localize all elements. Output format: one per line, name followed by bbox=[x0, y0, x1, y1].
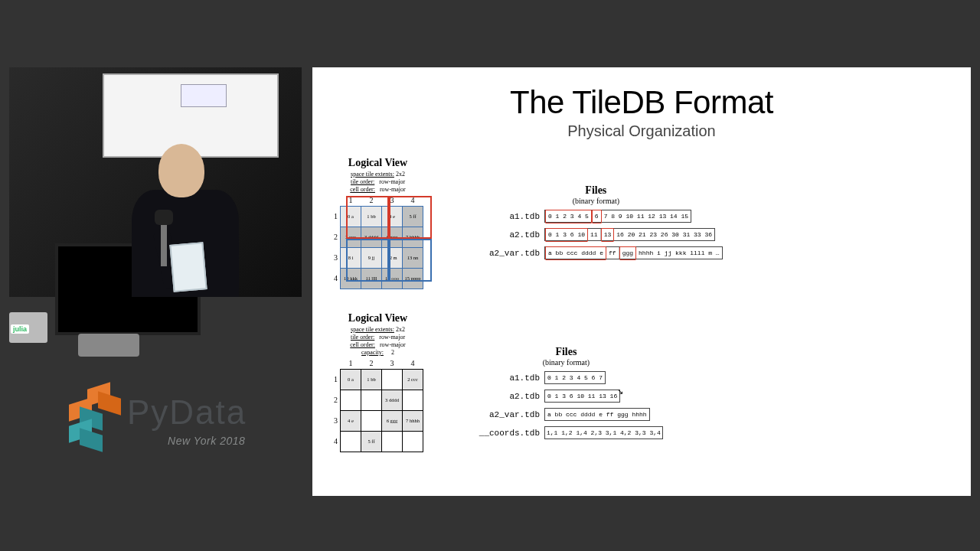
sparse-file-row-a1: a1.tdb 0 1 2 3 4 5 6 7 bbox=[469, 371, 663, 384]
speaker-video: julia bbox=[9, 67, 302, 297]
sparse-lv-title: Logical View bbox=[332, 312, 423, 324]
sparse-block: Logical View space tile extents: 2x2 til… bbox=[332, 312, 951, 452]
video-bg: julia bbox=[9, 67, 302, 297]
monitor-arm bbox=[78, 334, 139, 357]
slide-title: The TileDB Format bbox=[332, 84, 951, 121]
microphone-icon bbox=[155, 210, 173, 225]
dense-logical-view: Logical View space tile extents: 2x2 til… bbox=[332, 157, 423, 289]
files-title-1: Files bbox=[469, 184, 723, 197]
julia-sticker: julia bbox=[11, 324, 29, 334]
dense-grid: 12 34 1 0 a 1 bb 4 e 5 ff 2 2 ccc 3 dddd… bbox=[332, 196, 423, 289]
dense-lv-meta: space tile extents: 2x2 tile order: row-… bbox=[332, 171, 423, 194]
head bbox=[158, 144, 204, 197]
sparse-file-row-a2var: a2_var.tdb a bb ccc dddd e ff ggg hhhh bbox=[469, 408, 663, 421]
arrow-icon: ↘ bbox=[617, 387, 623, 396]
slide: The TileDB Format Physical Organization … bbox=[312, 67, 971, 496]
dense-files: Files (binary format) a1.tdb 0 1 2 3 4 5… bbox=[469, 184, 723, 265]
sparse-logical-view: Logical View space tile extents: 2x2 til… bbox=[332, 312, 423, 452]
sparse-file-row-coords: __coords.tdb 1,1 1,2 1,4 2,3 3,1 4,2 3,3… bbox=[469, 426, 663, 439]
sparse-file-row-a2: a2.tdb 0 1 3 6 10 11 13 16 ↘ bbox=[469, 390, 663, 403]
slide-subtitle: Physical Organization bbox=[332, 122, 951, 140]
stage: julia PyData New York 2018 The TileDB Fo… bbox=[0, 0, 980, 551]
files-sub-1: (binary format) bbox=[469, 197, 723, 205]
file-row-a2: a2.tdb 0 1 3 6 10 11 13 16 20 21 23 26 3… bbox=[469, 228, 723, 241]
sparse-lv-meta: space tile extents: 2x2 tile order: row-… bbox=[332, 326, 423, 357]
microphone-stand bbox=[161, 220, 167, 266]
sparse-grid: 12 34 1 0 a 1 bb 2 ccc 2 3 dddd bbox=[332, 359, 423, 452]
projection-content bbox=[181, 84, 227, 107]
sparse-files: Files (binary format) a1.tdb 0 1 2 3 4 5… bbox=[469, 346, 663, 445]
logo-text: PyData New York 2018 bbox=[127, 393, 247, 432]
files-title-2: Files bbox=[469, 346, 663, 358]
badge bbox=[169, 242, 207, 292]
file-row-a1: a1.tdb 0 1 2 3 4 5 6 7 8 9 10 11 12 13 1… bbox=[469, 210, 723, 223]
file-cells: 0 1 2 3 4 5 6 7 8 9 10 11 12 13 14 15 bbox=[544, 210, 691, 223]
files-sub-2: (binary format) bbox=[469, 358, 663, 367]
file-row-a2var: a2_var.tdb a bb ccc dddd e ff ggg hhhh i… bbox=[469, 246, 723, 259]
logo-cubes-icon bbox=[69, 386, 122, 455]
dense-block: Logical View space tile extents: 2x2 til… bbox=[332, 157, 951, 289]
pydata-logo: PyData New York 2018 bbox=[69, 378, 276, 462]
dense-lv-title: Logical View bbox=[332, 157, 423, 169]
logo-subtitle: New York 2018 bbox=[168, 435, 245, 447]
logo-brand: PyData bbox=[127, 393, 247, 432]
